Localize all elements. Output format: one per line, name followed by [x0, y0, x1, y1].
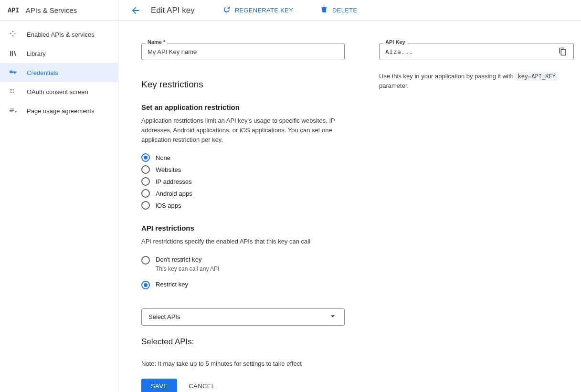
radio-icon — [141, 165, 150, 174]
select-placeholder: Select APIs — [148, 313, 180, 320]
sidebar-item-library[interactable]: Library — [0, 44, 118, 63]
page-title: Edit API key — [151, 6, 195, 15]
settings-note: Note: It may take up to 5 minutes for se… — [141, 360, 345, 367]
delete-button[interactable]: Delete — [316, 2, 361, 18]
api-key-help: Use this key in your application by pass… — [379, 72, 574, 90]
radio-icon — [141, 256, 150, 265]
caret-down-icon — [328, 311, 338, 322]
api-key-value: AIza... — [385, 48, 558, 55]
api-key-field: API Key AIza... — [379, 43, 574, 60]
trash-icon — [320, 5, 328, 15]
radio-label: Restrict key — [156, 281, 188, 288]
sidebar: API APIs & Services Enabled APIs & servi… — [0, 0, 118, 392]
copy-icon — [559, 47, 567, 56]
help-prefix: Use this key in your application by pass… — [379, 73, 515, 80]
radio-sublabel: This key can call any API — [156, 265, 345, 272]
radio-ios-apps[interactable]: iOS apps — [141, 201, 345, 210]
sidebar-item-label: Credentials — [27, 69, 58, 76]
delete-label: Delete — [332, 7, 357, 14]
copy-button[interactable] — [558, 47, 568, 56]
name-input[interactable] — [148, 48, 338, 55]
api-key-label: API Key — [383, 39, 407, 45]
help-code: key=API_KEY — [515, 72, 558, 81]
api-logo-icon: API — [8, 7, 19, 14]
radio-label: Android apps — [156, 190, 192, 197]
radio-restrict-key[interactable]: Restrict key — [141, 280, 345, 289]
api-restriction-heading: API restrictions — [141, 224, 345, 232]
nav-list: Enabled APIs & services Library Credenti… — [0, 21, 118, 120]
sidebar-header: API APIs & Services — [0, 0, 118, 21]
radio-label: iOS apps — [156, 202, 181, 209]
back-button[interactable] — [130, 5, 141, 16]
radio-icon — [141, 177, 150, 186]
api-restriction-radio-group: Don't restrict key This key can call any… — [141, 255, 345, 294]
api-restriction-desc: API restrictions specify the enabled API… — [141, 237, 337, 246]
radio-icon — [141, 189, 150, 198]
button-row: Save Cancel — [141, 379, 345, 392]
col-left: Name * Key restrictions Set an applicati… — [141, 43, 345, 373]
sidebar-item-label: Enabled APIs & services — [27, 31, 95, 38]
radio-label: Don't restrict key — [156, 256, 201, 263]
consent-icon — [9, 87, 17, 96]
product-title: APIs & Services — [26, 6, 77, 14]
col-right: API Key AIza... Use this key in your app… — [379, 43, 574, 373]
radio-label: Websites — [156, 166, 181, 173]
radio-none[interactable]: None — [141, 153, 345, 162]
regenerate-key-button[interactable]: Regenerate key — [219, 2, 297, 18]
sidebar-item-credentials[interactable]: Credentials — [0, 63, 118, 82]
hub-icon — [9, 30, 17, 39]
app-restriction-radio-group: None Websites IP addresses Android apps — [141, 153, 345, 210]
help-suffix: parameter. — [379, 82, 409, 89]
agreement-icon — [9, 106, 17, 115]
radio-icon — [141, 281, 150, 289]
sidebar-item-label: Page usage agreements — [27, 107, 95, 115]
key-icon — [9, 68, 17, 77]
name-field-label: Name * — [146, 39, 167, 45]
name-field[interactable]: Name * — [141, 43, 345, 60]
main: Edit API key Regenerate key Delete Name … — [118, 0, 581, 392]
radio-ip-addresses[interactable]: IP addresses — [141, 177, 345, 186]
sidebar-item-enabled-apis[interactable]: Enabled APIs & services — [0, 25, 118, 44]
save-button[interactable]: Save — [141, 379, 177, 392]
select-apis-dropdown[interactable]: Select APIs — [141, 308, 345, 326]
key-restrictions-heading: Key restrictions — [141, 79, 345, 90]
app-restriction-desc: Application restrictions limit an API ke… — [141, 116, 337, 145]
radio-dont-restrict[interactable]: Don't restrict key — [141, 255, 345, 265]
sidebar-item-label: OAuth consent screen — [27, 88, 88, 95]
sidebar-item-label: Library — [27, 50, 46, 57]
app-restriction-heading: Set an application restriction — [141, 103, 345, 111]
selected-apis-heading: Selected APIs: — [141, 337, 345, 347]
sidebar-item-page-usage[interactable]: Page usage agreements — [0, 101, 118, 120]
refresh-icon — [222, 5, 231, 15]
radio-label: None — [156, 154, 170, 161]
library-icon — [9, 49, 17, 58]
topbar: Edit API key Regenerate key Delete — [118, 0, 581, 21]
radio-websites[interactable]: Websites — [141, 165, 345, 174]
radio-android-apps[interactable]: Android apps — [141, 189, 345, 198]
regenerate-label: Regenerate key — [235, 7, 293, 14]
cancel-button[interactable]: Cancel — [189, 382, 215, 390]
radio-label: IP addresses — [156, 178, 192, 185]
radio-icon — [141, 201, 150, 210]
sidebar-item-oauth-consent[interactable]: OAuth consent screen — [0, 82, 118, 101]
radio-icon — [141, 153, 150, 162]
content: Name * Key restrictions Set an applicati… — [118, 21, 581, 392]
